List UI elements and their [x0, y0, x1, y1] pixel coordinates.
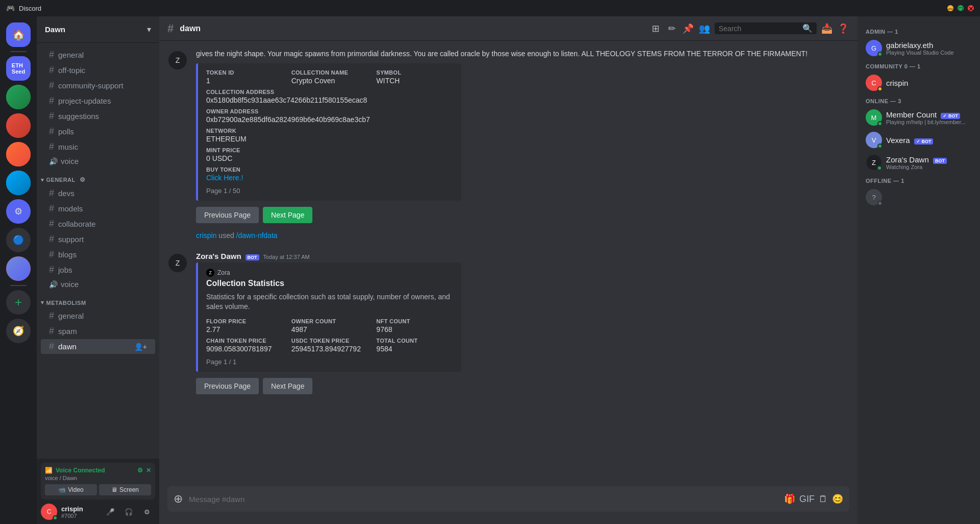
channel-item-spam[interactable]: # spam: [41, 324, 155, 339]
hash-icon: #: [49, 50, 54, 60]
channel-item-community-support[interactable]: # community-support: [41, 78, 155, 93]
channel-item-suggestions[interactable]: # suggestions: [41, 109, 155, 124]
channel-item-music[interactable]: # music: [41, 139, 155, 154]
server-icon-3[interactable]: [6, 113, 31, 138]
server-sidebar: 🏠 ETHSeed ⚙ 🔵 + 🧭: [0, 16, 37, 524]
video-button[interactable]: 📹 Video: [45, 484, 97, 495]
member-item-vexera[interactable]: V Vexera ✓ BOT: [862, 129, 976, 151]
field-value: 0 USDC: [206, 154, 453, 162]
next-page-button-1[interactable]: Next Page: [263, 207, 312, 223]
next-page-button-2[interactable]: Next Page: [263, 378, 312, 394]
member-item-offline[interactable]: ?: [862, 186, 976, 208]
inbox-icon[interactable]: 📥: [821, 22, 833, 35]
field-name: USDC TOKEN PRICE: [291, 338, 369, 344]
channel-name: polls: [58, 127, 74, 136]
user-controls: 🎤 🎧 ⚙: [102, 504, 155, 520]
field-value: 1: [206, 77, 283, 85]
server-header[interactable]: Dawn ▾: [37, 16, 159, 43]
field-value: 9098.058300781897: [206, 345, 283, 353]
server-icon-6[interactable]: ⚙: [6, 199, 31, 224]
server-icon-2[interactable]: [6, 85, 31, 109]
field-name: SYMBOL: [376, 69, 453, 76]
server-divider-2: [10, 285, 27, 286]
channel-item-devs[interactable]: # devs: [41, 186, 155, 201]
help-icon[interactable]: ❓: [837, 22, 849, 35]
member-item-crispin[interactable]: C crispin: [862, 72, 976, 94]
channel-item-voice[interactable]: 🔊 voice: [41, 155, 155, 168]
channel-name: voice: [61, 157, 79, 165]
member-avatar: Z: [866, 154, 882, 171]
user-info: C crispin #7007 🎤 🎧 ⚙: [41, 504, 155, 520]
member-avatar: ?: [866, 189, 882, 205]
maximize-button[interactable]: □: [958, 5, 964, 11]
gif-icon[interactable]: GIF: [799, 494, 815, 505]
channel-item-collaborate[interactable]: # collaborate: [41, 217, 155, 231]
channel-item-blogs[interactable]: # blogs: [41, 247, 155, 262]
sticker-icon[interactable]: 🗒: [819, 494, 828, 505]
channel-item-models[interactable]: # models: [41, 201, 155, 216]
stats-embed: Z Zora Collection Statistics Statistics …: [196, 263, 461, 372]
minimize-button[interactable]: ─: [947, 5, 953, 11]
message-group-1: Z gives the night shape. Your magic spaw…: [167, 49, 849, 223]
mute-button[interactable]: 🎤: [102, 504, 118, 520]
close-button[interactable]: ✕: [968, 5, 974, 11]
disconnect-icon[interactable]: ✕: [146, 467, 151, 474]
member-details: gabrielaxy.eth Playing Visual Studio Cod…: [886, 41, 954, 56]
category-general[interactable]: ▾ GENERAL ⚙: [37, 168, 159, 185]
channel-item-polls[interactable]: # polls: [41, 124, 155, 139]
deafen-button[interactable]: 🎧: [120, 504, 137, 520]
search-bar[interactable]: 🔍: [715, 22, 817, 34]
message-input[interactable]: [189, 489, 778, 510]
previous-page-button-1[interactable]: Previous Page: [196, 207, 259, 223]
voice-sub-text: voice / Dawn: [45, 475, 151, 481]
channel-item-dawn[interactable]: # dawn 👤+: [41, 339, 155, 354]
edit-icon[interactable]: ✏: [666, 22, 678, 35]
status-indicator: [877, 86, 883, 91]
channel-sidebar: Dawn ▾ # general # off-topic # community…: [37, 16, 159, 524]
member-item-gabrielaxy[interactable]: G gabrielaxy.eth Playing Visual Studio C…: [862, 37, 976, 59]
server-icon-7[interactable]: 🔵: [6, 228, 31, 252]
embed-fields-2: FLOOR PRICE 2.77 OWNER COUNT 4987 NFT CO…: [206, 318, 453, 353]
channel-item-project-updates[interactable]: # project-updates: [41, 93, 155, 108]
user-mention[interactable]: crispin: [196, 231, 216, 240]
server-icon-discover[interactable]: 🧭: [6, 319, 31, 343]
field-value-link[interactable]: Click Here.!: [206, 174, 453, 182]
channel-name: devs: [58, 189, 75, 198]
previous-page-button-2[interactable]: Previous Page: [196, 378, 259, 394]
member-item-zoras-dawn[interactable]: Z Zora's Dawn BOT Watching Zora: [862, 151, 976, 174]
field-name: CHAIN TOKEN PRICE: [206, 338, 283, 344]
add-attachment-button[interactable]: ⊕: [174, 486, 183, 512]
channel-item-voice2[interactable]: 🔊 voice: [41, 278, 155, 291]
category-metabolism[interactable]: ▾ METABOLISM: [37, 291, 159, 308]
add-server-button[interactable]: +: [6, 290, 31, 315]
embed-row-1: TOKEN ID 1 COLLECTION NAME Crypto Coven …: [206, 69, 453, 85]
server-icon-ethseed[interactable]: ETHSeed: [6, 56, 31, 81]
settings-icon[interactable]: ⚙: [137, 467, 143, 474]
members-icon[interactable]: 👥: [698, 22, 710, 35]
command-link[interactable]: /dawn-nfdata: [236, 231, 278, 240]
hashtag-icon[interactable]: ⊞: [649, 22, 662, 35]
server-icon-4[interactable]: [6, 142, 31, 166]
search-input[interactable]: [719, 25, 798, 33]
gift-icon[interactable]: 🎁: [784, 493, 795, 505]
message-content-2: Zora's Dawn BOT Today at 12:37 AM Z Zora…: [196, 252, 849, 394]
channel-item-general2[interactable]: # general: [41, 308, 155, 323]
channel-item-general[interactable]: # general: [41, 47, 155, 62]
member-item-member-count[interactable]: M Member Count ✓ BOT Playing m!help | bi…: [862, 106, 976, 129]
channel-name: blogs: [58, 250, 77, 259]
server-icon-5[interactable]: [6, 171, 31, 195]
server-icon-8[interactable]: [6, 256, 31, 281]
field-value: 2.77: [206, 325, 283, 334]
embed-field-chain-token-price: CHAIN TOKEN PRICE 9098.058300781897: [206, 338, 283, 353]
server-icon-home[interactable]: 🏠: [6, 22, 31, 47]
member-details: Member Count ✓ BOT Playing m!help | bit.…: [886, 110, 966, 125]
user-settings-button[interactable]: ⚙: [139, 504, 155, 520]
avatar: C: [41, 504, 57, 520]
emoji-icon[interactable]: 😊: [832, 493, 843, 505]
status-indicator: [877, 121, 883, 126]
channel-item-support[interactable]: # support: [41, 232, 155, 247]
screen-share-button[interactable]: 🖥 Screen: [99, 484, 151, 495]
channel-item-off-topic[interactable]: # off-topic: [41, 63, 155, 78]
pin-icon[interactable]: 📌: [682, 22, 694, 35]
channel-item-jobs[interactable]: # jobs: [41, 263, 155, 277]
